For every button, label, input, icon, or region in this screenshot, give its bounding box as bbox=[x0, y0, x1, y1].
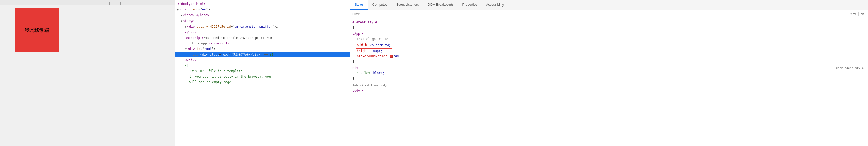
css-prop-bg: background-color: bbox=[357, 54, 389, 59]
css-div-close: } bbox=[352, 76, 354, 81]
dom-line: <noscript>You need to enable JavaScript … bbox=[175, 35, 350, 41]
tab-dom-breakpoints[interactable]: DOM Breakpoints bbox=[423, 0, 458, 10]
color-swatch-red[interactable] bbox=[390, 55, 393, 58]
dom-line: </div> bbox=[175, 57, 350, 63]
dom-line: ▶<div data-v-42127c5e id="dm-extension-s… bbox=[175, 24, 350, 30]
dom-line: <!-- bbox=[175, 63, 350, 68]
preview-box: 我是移动端 bbox=[15, 8, 59, 52]
inherited-from-element: body bbox=[379, 83, 387, 87]
dom-line: ▶<html lang="en"> bbox=[175, 6, 350, 13]
inherited-label: Inherited from body bbox=[350, 82, 868, 88]
tab-styles[interactable]: Styles bbox=[350, 0, 368, 10]
dom-line: ▼<div id="root"> bbox=[175, 46, 350, 52]
tab-event-listeners[interactable]: Event Listeners bbox=[392, 0, 423, 10]
app-rule: .App { text-align: center; width: 26.666… bbox=[350, 31, 868, 65]
css-prop-width: width: bbox=[358, 43, 369, 48]
css-selector: element.style { bbox=[352, 20, 381, 25]
css-background-color: background-color: red; bbox=[352, 54, 866, 59]
css-content: element.style { } .App { text-align: cen… bbox=[350, 18, 868, 146]
preview-pane: 我是移动端 bbox=[0, 0, 175, 146]
css-val-height: 100px; bbox=[371, 49, 382, 54]
dom-line: </div> bbox=[175, 30, 350, 35]
ruler bbox=[0, 0, 175, 5]
dom-panel[interactable]: <!doctype html> ▶<html lang="en"> ▶<head… bbox=[175, 0, 350, 146]
css-prop-text-align: text-align: bbox=[357, 36, 378, 42]
css-div-selector: div { bbox=[352, 65, 362, 71]
dom-doctype: <!doctype html> bbox=[177, 2, 206, 6]
css-height: height: 100px; bbox=[352, 49, 866, 54]
tab-accessibility[interactable]: Accessibility bbox=[482, 0, 508, 10]
dom-line: <!doctype html> bbox=[175, 1, 350, 6]
dom-line: This HTML file is a template. bbox=[175, 68, 350, 74]
filter-row: :hov .cls bbox=[350, 10, 868, 18]
element-style-rule: element.style { } bbox=[350, 19, 868, 31]
dom-line: will see an empty page. bbox=[175, 79, 350, 85]
dom-line: ▶<head>…</head> bbox=[175, 13, 350, 18]
dom-line: this app.</noscript> bbox=[175, 41, 350, 46]
css-display: display: block; bbox=[352, 71, 866, 76]
pseudo-hov-button[interactable]: :hov bbox=[848, 12, 857, 16]
dom-line: If you open it directly in the browser, … bbox=[175, 74, 350, 79]
css-body-selector: body { bbox=[352, 88, 364, 93]
css-width: width: 26.66667vw; bbox=[352, 42, 866, 49]
dom-line: ▼<body> bbox=[175, 18, 350, 24]
css-prop-display: display: bbox=[357, 71, 372, 76]
tab-computed[interactable]: Computed bbox=[368, 0, 392, 10]
css-text-align: text-align: center; bbox=[352, 36, 866, 42]
styles-panel: Styles Computed Event Listeners DOM Brea… bbox=[350, 0, 868, 146]
tab-properties[interactable]: Properties bbox=[458, 0, 482, 10]
tabs-row: Styles Computed Event Listeners DOM Brea… bbox=[350, 0, 868, 10]
css-app-close: } bbox=[352, 59, 354, 64]
css-width-highlighted: width: 26.66667vw; bbox=[356, 42, 393, 49]
preview-box-text: 我是移动端 bbox=[25, 27, 49, 33]
css-val-width: 26.66667vw; bbox=[370, 43, 391, 48]
css-val-bg: red; bbox=[390, 54, 401, 59]
body-rule: body { bbox=[350, 88, 868, 94]
div-rule: div { user agent style display: block; } bbox=[350, 65, 868, 81]
user-agent-label: user agent style bbox=[836, 65, 866, 71]
pseudo-cls-button[interactable]: .cls bbox=[859, 12, 866, 16]
css-prop-height: height: bbox=[357, 49, 370, 54]
css-val-text-align: center; bbox=[379, 36, 392, 42]
css-val-display: block; bbox=[373, 71, 384, 76]
css-app-selector: .App { bbox=[352, 31, 364, 36]
filter-input[interactable] bbox=[352, 13, 847, 16]
dom-app-line[interactable]: ... <div class="App">我是移动端</div> == $0 bbox=[175, 52, 350, 57]
css-close-brace: } bbox=[352, 25, 354, 30]
